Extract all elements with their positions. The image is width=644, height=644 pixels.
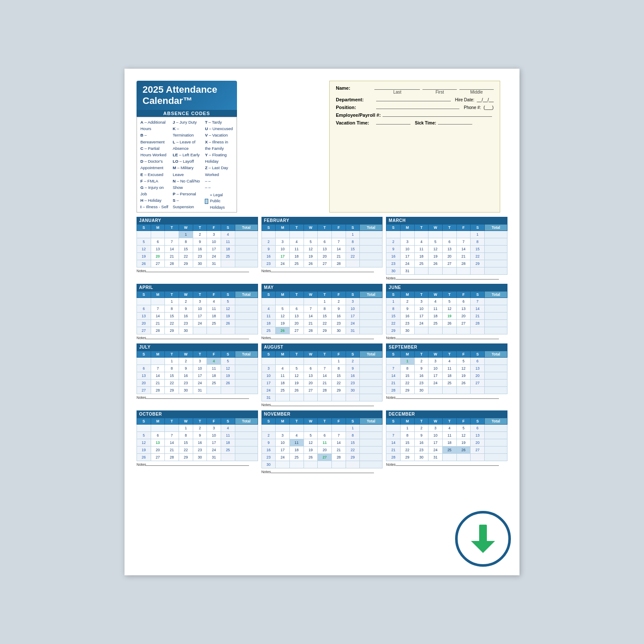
table-row: 19202122232425: [137, 447, 258, 454]
download-arrow-icon: [471, 525, 495, 553]
november-header: NOVEMBER: [261, 410, 383, 418]
phone-label: Phone #:: [464, 105, 481, 110]
february-notes: Notes: [261, 269, 383, 273]
table-row: 123456: [386, 425, 507, 432]
table-row: 13141516171819: [137, 313, 258, 320]
left-panel: 2025 Attendance Calendar™ ABSENCE CODES …: [137, 81, 329, 213]
table-row: 282930: [386, 387, 507, 394]
cal-row-2: APRIL SMTWTFSTotal 12345 6789101112 1314…: [137, 284, 507, 340]
table-row: 23242526272829: [261, 454, 383, 461]
may-table: SMTWTFSTotal 123 45678910 11121314151617…: [261, 291, 383, 334]
holiday-box-icon: [205, 199, 208, 204]
table-row: 23242526272829: [386, 260, 507, 267]
january-header: JANUARY: [137, 217, 258, 224]
dept-row: Department: Hire Date: __/__/__: [336, 97, 493, 102]
table-row: 20212223242526: [137, 380, 258, 387]
table-row: 9101112111415: [261, 439, 383, 447]
vacation-row: Vacation Time: Sick Time:: [336, 120, 493, 125]
code-le: LE – Left Early: [173, 152, 200, 158]
month-february: FEBRUARY SMTWTFSTotal 1 2345678 91011121…: [261, 217, 383, 280]
position-row: Position: Phone #: (___): [336, 105, 493, 110]
name-label: Name:: [336, 85, 374, 91]
table-row: 2728293031: [137, 387, 258, 394]
middle-label: Middle: [470, 90, 483, 94]
april-table: SMTWTFSTotal 12345 6789101112 1314151617…: [137, 291, 258, 334]
table-row: 22232425262728: [386, 320, 507, 327]
august-notes: Notes: [261, 403, 383, 407]
month-may: MAY SMTWTFSTotal 123 45678910 1112131415…: [261, 284, 383, 340]
january-notes: Notes: [137, 269, 258, 273]
code-lo: LO – Layoff: [173, 158, 200, 164]
code-v: V – Vacation: [205, 132, 233, 138]
code-k: K – Termination: [173, 125, 200, 138]
march-table: SMTWTFSTotal 1 2345678 9101112131415 161…: [386, 224, 507, 275]
payroll-label: Employee/Payroll #:: [336, 112, 381, 118]
table-row: 17181920212223: [261, 380, 383, 387]
table-row: 15161718192021: [386, 313, 507, 320]
table-row: 78910111213: [386, 432, 507, 439]
table-row: 78910111213: [386, 365, 507, 372]
th-total: Total: [235, 225, 258, 231]
table-row: 1: [261, 231, 383, 238]
september-notes: Notes: [386, 395, 507, 400]
code-f: F – FMLA: [140, 178, 168, 184]
table-row: 6789101112: [137, 305, 258, 313]
table-row: 567891011: [137, 432, 258, 439]
table-row: 2345678: [261, 432, 383, 439]
table-row: 12345: [137, 298, 258, 305]
table-row: 11121314151617: [261, 313, 383, 320]
month-january: JANUARY S M T W T F S Total 1234: [137, 217, 258, 280]
september-header: SEPTEMBER: [386, 343, 507, 351]
th-fri: F: [207, 225, 221, 231]
table-row: 9101112131415: [261, 246, 383, 253]
table-row: 2930: [386, 327, 507, 334]
dept-label: Department:: [336, 97, 374, 102]
table-row: 10111213141516: [261, 372, 383, 380]
code-h: H – Holiday: [140, 197, 168, 204]
table-row: 45678910: [261, 305, 383, 313]
july-header: JULY: [137, 343, 258, 351]
march-notes: Notes: [386, 276, 507, 280]
absence-codes: A – Additional Hours B – Bereavement C –…: [137, 117, 237, 213]
payroll-row: Employee/Payroll #:: [336, 112, 493, 118]
table-row: 12345: [137, 358, 258, 365]
code-e: E – Excused: [140, 171, 168, 178]
table-row: 262728293031: [137, 260, 258, 267]
table-row: 28293031: [386, 454, 507, 461]
table-row: 567891011: [137, 238, 258, 246]
absence-col-1: A – Additional Hours B – Bereavement C –…: [140, 119, 168, 210]
arrow-head: [471, 541, 495, 553]
code-u: U – Unexcused: [205, 125, 233, 132]
download-circle[interactable]: [455, 511, 511, 567]
code-l: L – Leave of Absence: [173, 139, 200, 152]
september-table: SMTWTFSTotal 123456 78910111213 14151617…: [386, 351, 507, 394]
december-notes: Notes: [386, 462, 507, 467]
table-row: 9101112131415: [386, 246, 507, 253]
th-thu: T: [193, 225, 207, 231]
table-row: 1234567: [386, 298, 507, 305]
code-dash1: – –: [205, 178, 233, 184]
last-label: Last: [393, 90, 401, 94]
position-label: Position:: [336, 105, 374, 110]
cal-row-3: JULY SMTWTFSTotal 12345 6789101112 13141…: [137, 343, 507, 407]
code-s: S – Suspension: [173, 197, 200, 210]
code-i: I – Illness - Self: [140, 204, 168, 210]
code-c: C – Partial Hours Worked: [140, 145, 168, 158]
january-table: S M T W T F S Total 1234 567891011: [137, 224, 258, 267]
table-row: 1: [261, 425, 383, 432]
phone-format: (___): [483, 105, 493, 110]
table-row: 12: [261, 358, 383, 365]
october-notes: Notes: [137, 462, 258, 467]
month-september: SEPTEMBER SMTWTFSTotal 123456 7891011121…: [386, 343, 507, 407]
first-label: First: [436, 90, 444, 94]
download-overlay[interactable]: [455, 511, 511, 567]
table-row: 3031: [386, 267, 507, 275]
code-d: D – Doctor's Appointment: [140, 158, 168, 171]
table-row: 21222324252627: [386, 380, 507, 387]
table-row: 2345678: [386, 238, 507, 246]
april-header: APRIL: [137, 284, 258, 291]
november-notes: Notes: [261, 470, 383, 474]
may-header: MAY: [261, 284, 383, 291]
table-row: 891011121314: [386, 305, 507, 313]
month-august: AUGUST SMTWTFSTotal 12 3456789 101112131…: [261, 343, 383, 407]
